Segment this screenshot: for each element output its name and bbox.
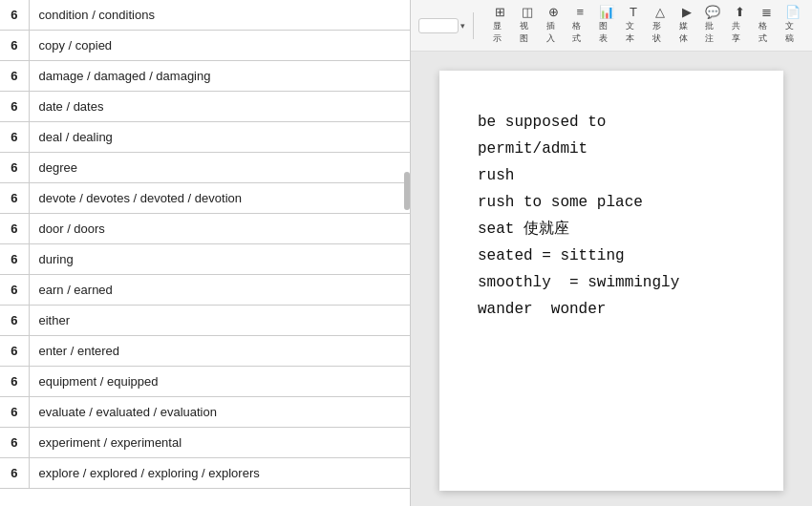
table-row: 6 damage / damaged / damaging xyxy=(0,61,410,92)
table-row: 6 degree xyxy=(0,153,410,183)
doc-line-5: seated = sitting xyxy=(478,242,755,269)
toolbar-item-图表[interactable]: 📊图表 xyxy=(595,4,618,47)
toolbar-item-插入[interactable]: ⊕插入 xyxy=(543,4,566,47)
table-row: 6 copy / copied xyxy=(0,31,410,61)
row-word: devote / devotes / devoted / devotion xyxy=(29,183,410,214)
vocab-table-panel: 6 condition / conditions 6 copy / copied… xyxy=(0,0,411,506)
row-number: 6 xyxy=(0,61,29,92)
row-word: condition / conditions xyxy=(29,0,410,31)
zoom-control[interactable]: ▾ xyxy=(418,18,465,33)
row-number: 6 xyxy=(0,397,29,428)
toolbar-item-视图[interactable]: ◫视图 xyxy=(516,4,539,47)
doc-line-7: wander wonder xyxy=(478,296,755,323)
toolbar-item-共享[interactable]: ⬆共享 xyxy=(728,4,751,47)
row-number: 6 xyxy=(0,92,29,122)
row-word: door / doors xyxy=(29,214,410,244)
zoom-input[interactable] xyxy=(418,18,459,33)
row-word: deal / dealing xyxy=(29,122,410,153)
toolbar-item-批注[interactable]: 💬批注 xyxy=(701,4,724,47)
table-row: 6 evaluate / evaluated / evaluation xyxy=(0,397,410,428)
doc-line-4: seat 使就座 xyxy=(478,216,755,242)
table-row: 6 equipment / equipped xyxy=(0,367,410,397)
table-row: 6 experiment / experimental xyxy=(0,428,410,458)
row-word: degree xyxy=(29,153,410,183)
table-row: 6 explore / explored / exploring / explo… xyxy=(0,458,410,489)
doc-line-6: smoothly = swimmingly xyxy=(478,269,755,296)
row-number: 6 xyxy=(0,0,29,31)
toolbar-item-显示[interactable]: ⊞显示 xyxy=(489,4,512,47)
toolbar-left-group: ▾ xyxy=(418,12,478,39)
row-number: 6 xyxy=(0,428,29,458)
toolbar: ▾ ⊞显示◫视图⊕插入≡格式📊图表T文本△形状▶媒体💬批注⬆共享≣格式📄文稿 xyxy=(411,0,812,52)
table-row: 6 date / dates xyxy=(0,92,410,122)
row-number: 6 xyxy=(0,336,29,367)
document-area: be supposed topermit/admitrushrush to so… xyxy=(411,52,812,506)
document-content: be supposed topermit/admitrushrush to so… xyxy=(478,109,755,323)
toolbar-item-格式[interactable]: ≣格式 xyxy=(755,4,778,47)
row-word: explore / explored / exploring / explore… xyxy=(29,458,410,489)
row-word: either xyxy=(29,306,410,336)
row-number: 6 xyxy=(0,183,29,214)
doc-line-0: be supposed to xyxy=(478,109,755,136)
row-number: 6 xyxy=(0,458,29,489)
row-number: 6 xyxy=(0,31,29,61)
table-row: 6 devote / devotes / devoted / devotion xyxy=(0,183,410,214)
toolbar-item-文本[interactable]: T文本 xyxy=(622,4,645,47)
toolbar-item-媒体[interactable]: ▶媒体 xyxy=(675,4,698,47)
row-number: 6 xyxy=(0,367,29,397)
row-word: equipment / equipped xyxy=(29,367,410,397)
row-word: copy / copied xyxy=(29,31,410,61)
row-word: evaluate / evaluated / evaluation xyxy=(29,397,410,428)
table-row: 6 enter / entered xyxy=(0,336,410,367)
table-row: 6 condition / conditions xyxy=(0,0,410,31)
row-number: 6 xyxy=(0,214,29,244)
table-scroll-container[interactable]: 6 condition / conditions 6 copy / copied… xyxy=(0,0,410,506)
table-row: 6 door / doors xyxy=(0,214,410,244)
row-word: enter / entered xyxy=(29,336,410,367)
row-number: 6 xyxy=(0,153,29,183)
row-number: 6 xyxy=(0,244,29,275)
doc-line-1: permit/admit xyxy=(478,136,755,162)
row-word: experiment / experimental xyxy=(29,428,410,458)
table-row: 6 during xyxy=(0,244,410,275)
zoom-dropdown-icon[interactable]: ▾ xyxy=(460,21,465,31)
row-word: damage / damaged / damaging xyxy=(29,61,410,92)
row-number: 6 xyxy=(0,306,29,336)
row-number: 6 xyxy=(0,122,29,153)
table-row: 6 deal / dealing xyxy=(0,122,410,153)
vocab-table: 6 condition / conditions 6 copy / copied… xyxy=(0,0,410,489)
doc-line-3: rush to some place xyxy=(478,189,755,216)
row-number: 6 xyxy=(0,275,29,306)
document-panel: ▾ ⊞显示◫视图⊕插入≡格式📊图表T文本△形状▶媒体💬批注⬆共享≣格式📄文稿 b… xyxy=(411,0,812,506)
table-row: 6 earn / earned xyxy=(0,275,410,306)
doc-line-2: rush xyxy=(478,162,755,189)
row-word: date / dates xyxy=(29,92,410,122)
row-word: earn / earned xyxy=(29,275,410,306)
toolbar-item-文稿[interactable]: 📄文稿 xyxy=(781,4,804,47)
toolbar-icons-group: ⊞显示◫视图⊕插入≡格式📊图表T文本△形状▶媒体💬批注⬆共享≣格式📄文稿 xyxy=(489,4,804,47)
scrollbar-indicator[interactable] xyxy=(404,172,410,210)
table-row: 6 either xyxy=(0,306,410,336)
toolbar-divider-1 xyxy=(473,12,474,39)
toolbar-item-格式[interactable]: ≡格式 xyxy=(568,4,591,47)
row-word: during xyxy=(29,244,410,275)
toolbar-item-形状[interactable]: △形状 xyxy=(649,4,672,47)
document-page: be supposed topermit/admitrushrush to so… xyxy=(439,71,783,491)
